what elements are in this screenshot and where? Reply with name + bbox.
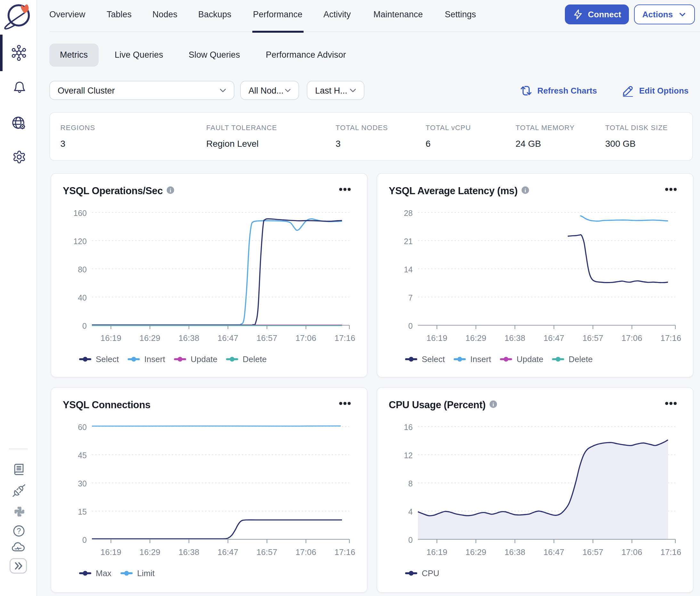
- svg-text:16:29: 16:29: [466, 333, 486, 343]
- svg-text:Delete: Delete: [242, 354, 266, 364]
- svg-text:Insert: Insert: [144, 354, 165, 364]
- svg-text:16:47: 16:47: [217, 547, 238, 556]
- svg-text:16: 16: [404, 422, 413, 431]
- svg-text:16:57: 16:57: [256, 547, 277, 556]
- svg-text:16:38: 16:38: [178, 333, 199, 343]
- svg-text:4: 4: [408, 507, 413, 516]
- svg-text:16:57: 16:57: [256, 333, 277, 343]
- svg-text:16:29: 16:29: [466, 547, 486, 556]
- svg-text:16:38: 16:38: [178, 547, 199, 556]
- svg-text:i: i: [170, 187, 171, 194]
- svg-text:160: 160: [73, 208, 86, 218]
- svg-text:i: i: [524, 187, 526, 194]
- svg-text:0: 0: [82, 321, 86, 330]
- svg-text:CPU Usage (Percent): CPU Usage (Percent): [389, 399, 486, 410]
- svg-text:14: 14: [404, 265, 413, 274]
- svg-text:YSQL Operations/Sec: YSQL Operations/Sec: [62, 185, 162, 196]
- svg-text:17:16: 17:16: [334, 547, 355, 556]
- svg-text:16:57: 16:57: [582, 547, 603, 556]
- svg-text:0: 0: [408, 535, 413, 544]
- svg-text:17:16: 17:16: [660, 333, 681, 343]
- svg-text:YSQL Connections: YSQL Connections: [62, 399, 150, 410]
- svg-text:12: 12: [404, 450, 413, 460]
- svg-text:17:06: 17:06: [295, 333, 316, 343]
- svg-text:16:47: 16:47: [543, 547, 564, 556]
- svg-text:7: 7: [408, 293, 413, 302]
- svg-text:i: i: [492, 401, 494, 407]
- svg-text:YSQL Average Latency (ms): YSQL Average Latency (ms): [389, 185, 517, 196]
- svg-text:Select: Select: [96, 354, 119, 364]
- svg-text:40: 40: [77, 293, 86, 302]
- svg-text:Update: Update: [190, 354, 217, 364]
- svg-text:0: 0: [82, 535, 86, 544]
- svg-text:17:06: 17:06: [622, 547, 642, 556]
- svg-text:21: 21: [404, 237, 413, 246]
- svg-text:Delete: Delete: [569, 354, 593, 364]
- svg-text:16:47: 16:47: [543, 333, 564, 343]
- svg-text:45: 45: [77, 450, 86, 460]
- svg-text:60: 60: [77, 422, 86, 431]
- svg-text:Select: Select: [422, 354, 445, 364]
- svg-text:17:06: 17:06: [295, 547, 316, 556]
- svg-text:16:38: 16:38: [504, 333, 525, 343]
- svg-text:16:19: 16:19: [100, 333, 121, 343]
- svg-text:16:19: 16:19: [426, 547, 447, 556]
- svg-text:16:19: 16:19: [426, 333, 447, 343]
- svg-text:16:29: 16:29: [139, 547, 160, 556]
- svg-text:28: 28: [404, 208, 413, 218]
- svg-text:Update: Update: [517, 354, 543, 364]
- svg-text:Max: Max: [96, 568, 111, 578]
- svg-text:17:16: 17:16: [334, 333, 355, 343]
- svg-text:30: 30: [77, 479, 86, 488]
- svg-text:16:47: 16:47: [217, 333, 238, 343]
- svg-text:17:06: 17:06: [622, 333, 642, 343]
- svg-text:CPU: CPU: [422, 568, 439, 578]
- svg-text:8: 8: [408, 479, 413, 488]
- svg-text:15: 15: [77, 507, 86, 516]
- svg-text:16:38: 16:38: [504, 547, 525, 556]
- svg-text:0: 0: [408, 321, 413, 330]
- svg-text:Insert: Insert: [470, 354, 492, 364]
- svg-text:17:16: 17:16: [660, 547, 681, 556]
- svg-text:16:19: 16:19: [100, 547, 121, 556]
- svg-text:Limit: Limit: [137, 568, 155, 578]
- svg-text:?: ?: [17, 527, 21, 535]
- svg-text:16:29: 16:29: [139, 333, 160, 343]
- svg-text:120: 120: [73, 237, 86, 246]
- svg-text:16:57: 16:57: [582, 333, 603, 343]
- svg-text:80: 80: [77, 265, 86, 274]
